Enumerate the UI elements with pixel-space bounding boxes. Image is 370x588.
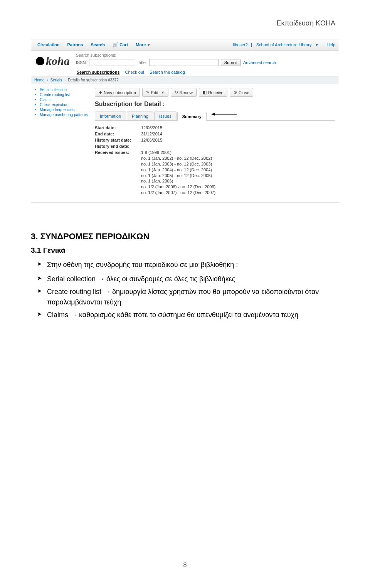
end-date-label: End date: (95, 132, 141, 136)
sidebar: Serial collection Create routing list Cl… (31, 84, 91, 203)
issue-line: no. 1/2 (Jan. 2007) - no. 12 (Dec. 2007) (141, 190, 335, 196)
tab-search-catalog[interactable]: Search the catalog (150, 68, 185, 76)
hist-start-value: 12/06/2015 (141, 138, 335, 142)
search-tabs: Search subscriptions Check out Search th… (76, 68, 336, 76)
received-value: 1-8 (1999-2001) (141, 150, 335, 155)
search-prompt: Search subscriptions: (76, 53, 336, 57)
new-subscription-button[interactable]: ✚New subscription (95, 88, 140, 97)
refresh-icon: ↻ (175, 90, 178, 95)
start-date-value: 12/06/2015 (141, 125, 335, 130)
issue-line: no. 1 (Jan. 2005) - no. 12 (Dec. 2005) (141, 173, 335, 179)
tab-summary[interactable]: Summary (177, 112, 207, 121)
koha-logo-text: koha (46, 54, 70, 68)
crumb-sep: › (63, 78, 67, 82)
koha-logo-icon (36, 57, 44, 65)
renew-label: Renew (180, 90, 193, 95)
hist-start-label: History start date: (95, 138, 141, 142)
chevron-down-icon: ▼ (314, 43, 320, 47)
help-link[interactable]: Help (325, 42, 336, 47)
sidebar-manage-numbering[interactable]: Manage numbering patterns (40, 112, 89, 117)
edit-label: Edit (151, 90, 158, 95)
tab-issues[interactable]: Issues (154, 112, 177, 120)
start-date-label: Start date: (95, 125, 141, 130)
plus-icon: ✚ (99, 90, 102, 95)
toolbar: ✚New subscription ✎Edit▼ ↻Renew ◧Receive… (95, 88, 335, 97)
pencil-icon: ✎ (146, 90, 150, 95)
close-icon: ⊘ (234, 90, 237, 95)
title-label: Title: (138, 60, 146, 65)
doc-header: Εκπαίδευση KOHA (31, 19, 339, 27)
breadcrumb: Home › Serials › Details for subscriptio… (31, 76, 339, 84)
sidebar-serial-collection[interactable]: Serial collection (40, 87, 89, 92)
inbox-icon: ◧ (203, 90, 207, 95)
new-label: New subscription (104, 90, 136, 95)
chevron-down-icon: ▼ (161, 91, 165, 95)
topnav: Circulation Patrons Search 🛒Cart More▼ l… (31, 39, 339, 51)
sidebar-manage-frequencies[interactable]: Manage frequencies (40, 107, 89, 112)
nav-cart[interactable]: 🛒Cart (109, 41, 132, 49)
nav-search[interactable]: Search (87, 41, 109, 48)
receive-label: Receive (208, 90, 224, 95)
search-row: koha Search subscriptions: ISSN: Title: … (31, 51, 339, 76)
issue-line: no. 1 (Jan. 2003) - no. 12 (Dec. 2003) (141, 161, 335, 167)
hist-end-label: History end date: (95, 144, 141, 149)
chevron-down-icon: ▼ (147, 43, 150, 47)
sidebar-claims[interactable]: Claims (40, 97, 89, 102)
nav-circulation[interactable]: Circulation (34, 41, 63, 48)
section-heading: 3. ΣΥΝΔΡΟΜΕΣ ΠΕΡΙΟΔΙΚΩΝ (31, 230, 339, 243)
close-button[interactable]: ⊘Close (230, 88, 253, 97)
arrow-annotation (210, 112, 237, 120)
bullet-2: Serial collection → όλες οι συνδρομές σε… (37, 274, 339, 284)
nav-more[interactable]: More▼ (132, 41, 154, 48)
user-link[interactable]: libuser2 (232, 42, 249, 47)
renew-button[interactable]: ↻Renew (171, 88, 197, 97)
submit-button[interactable]: Submit (221, 59, 241, 66)
tab-planning[interactable]: Planning (127, 112, 153, 120)
search-fields: ISSN: Title: Submit Advanced search (76, 59, 336, 66)
bullet-4: Claims → καθορισμός κάθε πότε το σύστημα… (37, 310, 339, 320)
bullet-1: Στην οθόνη της συνδρομής του περιοδικού … (37, 260, 339, 270)
library-link[interactable]: School of Architecture Library▼ (254, 42, 321, 47)
nav-more-label: More (136, 42, 146, 47)
tab-information[interactable]: Information (95, 112, 126, 120)
issue-line: no. 1 (Jan. 2004) - no. 12 (Dec. 2004) (141, 167, 335, 173)
bullet-3: Create routing list → δημιουργία λίστας … (37, 287, 339, 308)
crumb-sep: › (45, 78, 49, 82)
sidebar-create-routing[interactable]: Create routing list (40, 92, 89, 97)
crumb-serials[interactable]: Serials (50, 78, 62, 82)
crumb-current: Details for subscription #3372 (68, 78, 119, 82)
topnav-right: libuser2 | School of Architecture Librar… (232, 42, 336, 47)
issue-line: no. 1/2 (Jan. 2006) - no. 12 (Dec. 2006) (141, 184, 335, 190)
receive-button[interactable]: ◧Receive (199, 88, 227, 97)
sep: | (250, 42, 253, 47)
subsection-heading: 3.1 Γενικά (31, 245, 339, 256)
sidebar-check-expiration[interactable]: Check expiration (40, 102, 89, 107)
crumb-home[interactable]: Home (34, 78, 45, 82)
hist-end-value (141, 144, 335, 149)
body-text: 3. ΣΥΝΔΡΟΜΕΣ ΠΕΡΙΟΔΙΚΩΝ 3.1 Γενικά Στην … (31, 230, 339, 321)
issn-label: ISSN: (76, 60, 87, 65)
end-date-value: 31/12/2014 (141, 132, 335, 136)
title-input[interactable] (149, 59, 219, 66)
edit-button[interactable]: ✎Edit▼ (142, 88, 168, 97)
issue-line: no. 1 (Jan. 2002) - no. 12 (Dec. 2002) (141, 155, 335, 161)
koha-logo: koha (34, 53, 76, 68)
nav-cart-label: Cart (119, 42, 128, 47)
received-label: Received issues: (95, 150, 141, 155)
tab-checkout[interactable]: Check out (125, 68, 145, 76)
page-title: Subscription for Detail : (95, 101, 335, 108)
issues-list: no. 1 (Jan. 2002) - no. 12 (Dec. 2002) n… (95, 155, 335, 196)
main-area: Serial collection Create routing list Cl… (31, 84, 339, 203)
svg-marker-1 (211, 113, 215, 116)
issue-line: no. 1 (Jan. 2006) (141, 178, 335, 184)
content: ✚New subscription ✎Edit▼ ↻Renew ◧Receive… (91, 84, 339, 203)
issn-input[interactable] (89, 59, 135, 66)
tab-search-subscriptions[interactable]: Search subscriptions (77, 68, 120, 76)
advanced-search-link[interactable]: Advanced search (243, 60, 276, 65)
close-label: Close (239, 90, 249, 95)
summary-table: Start date:12/06/2015 End date:31/12/201… (95, 125, 335, 155)
search-area: Search subscriptions: ISSN: Title: Submi… (76, 53, 336, 76)
nav-patrons[interactable]: Patrons (63, 41, 87, 48)
koha-screenshot: Circulation Patrons Search 🛒Cart More▼ l… (31, 39, 339, 203)
page-number: 8 (0, 562, 370, 569)
